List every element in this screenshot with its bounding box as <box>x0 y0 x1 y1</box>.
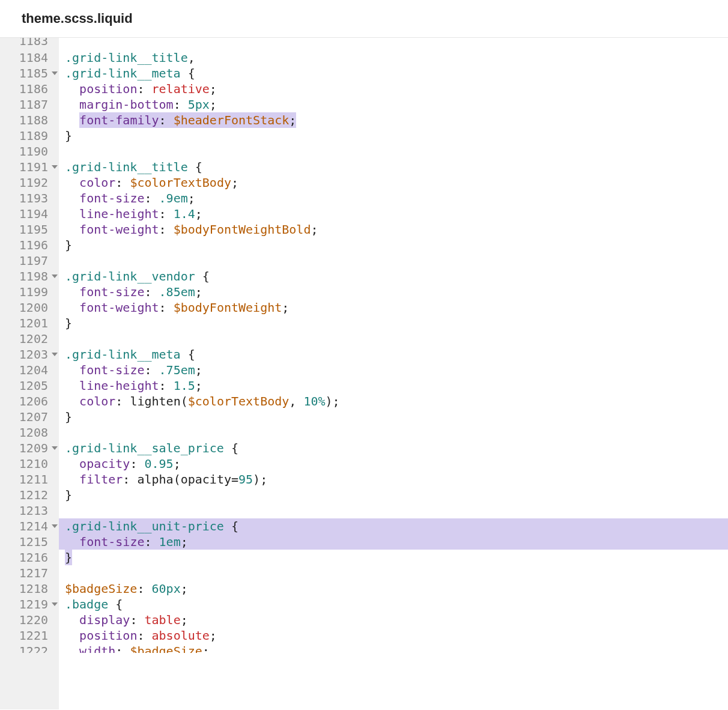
token-num: .9em <box>159 191 188 205</box>
code-line[interactable]: .grid-link__title, <box>59 50 728 65</box>
code-line[interactable]: .grid-link__title { <box>59 159 728 175</box>
token-num: .75em <box>159 363 195 377</box>
token-txt <box>65 113 79 127</box>
token-fn: alpha(opacity= <box>137 472 238 487</box>
token-punc: ); <box>326 394 340 408</box>
line-number: 1191 <box>0 159 59 175</box>
code-line[interactable]: filter: alpha(opacity=95); <box>59 472 728 487</box>
code-line[interactable]: font-family: $headerFontStack; <box>59 112 728 128</box>
token-punc: ; <box>195 378 202 393</box>
code-line[interactable] <box>59 144 728 159</box>
line-number: 1194 <box>0 206 59 222</box>
token-sel: .grid-link__sale_price <box>65 441 224 455</box>
line-number: 1199 <box>0 284 59 300</box>
line-number: 1200 <box>0 300 59 315</box>
fold-toggle-icon[interactable] <box>52 275 58 278</box>
token-txt <box>65 535 79 549</box>
code-line[interactable]: } <box>59 128 728 144</box>
token-txt <box>65 378 79 393</box>
code-line[interactable]: font-weight: $bodyFontWeightBold; <box>59 222 728 237</box>
fold-toggle-icon[interactable] <box>52 353 58 356</box>
line-number: 1218 <box>0 581 59 596</box>
token-punc: { <box>224 441 238 455</box>
token-prop: filter <box>79 472 123 487</box>
code-line[interactable]: width: $badgeSize; <box>59 643 728 653</box>
code-line[interactable]: font-size: .75em; <box>59 362 728 378</box>
selection-highlight: } <box>65 550 72 565</box>
code-line[interactable]: } <box>59 315 728 331</box>
code-line[interactable]: } <box>59 487 728 503</box>
code-line[interactable] <box>59 425 728 440</box>
code-line[interactable]: .badge { <box>59 596 728 612</box>
code-line[interactable]: font-size: 1em; <box>59 534 728 550</box>
token-punc: } <box>65 238 72 252</box>
code-line[interactable]: line-height: 1.5; <box>59 378 728 393</box>
token-txt <box>65 191 79 205</box>
line-number: 1220 <box>0 612 59 628</box>
fold-toggle-icon[interactable] <box>52 602 58 606</box>
code-line[interactable]: font-weight: $bodyFontWeight; <box>59 300 728 315</box>
code-line[interactable]: font-size: .9em; <box>59 190 728 206</box>
token-punc: : <box>144 535 159 549</box>
fold-toggle-icon[interactable] <box>52 524 58 528</box>
code-line[interactable]: color: $colorTextBody; <box>59 175 728 190</box>
line-number: 1204 <box>0 362 59 378</box>
token-prop: opacity <box>79 457 130 471</box>
code-line[interactable]: } <box>59 409 728 425</box>
line-number: 1216 <box>0 550 59 565</box>
code-line[interactable] <box>59 331 728 347</box>
token-prop: font-size <box>79 535 144 549</box>
code-line[interactable]: $badgeSize: 60px; <box>59 581 728 596</box>
token-punc: } <box>65 316 72 330</box>
token-punc: ; <box>181 535 188 549</box>
code-editor[interactable]: 1183118411851186118711881189119011911192… <box>0 38 728 709</box>
token-punc: : <box>174 97 188 112</box>
fold-toggle-icon[interactable] <box>52 446 58 450</box>
code-line[interactable] <box>59 38 728 50</box>
token-var: $bodyFontWeightBold <box>174 222 311 237</box>
line-number: 1202 <box>0 331 59 347</box>
token-var: $badgeSize <box>65 581 137 596</box>
code-line[interactable] <box>59 503 728 518</box>
token-sel: .grid-link__vendor <box>65 269 195 284</box>
code-line[interactable]: color: lighten($colorTextBody, 10%); <box>59 393 728 409</box>
line-number: 1205 <box>0 378 59 393</box>
line-number: 1217 <box>0 565 59 581</box>
token-prop: font-size <box>79 285 144 299</box>
code-line[interactable]: .grid-link__meta { <box>59 65 728 81</box>
token-punc: ; <box>188 191 195 205</box>
token-punc: { <box>188 160 202 174</box>
code-line[interactable]: line-height: 1.4; <box>59 206 728 222</box>
code-line[interactable]: opacity: 0.95; <box>59 456 728 472</box>
token-punc: : <box>159 207 174 221</box>
fold-toggle-icon[interactable] <box>52 165 58 169</box>
line-number: 1187 <box>0 97 59 112</box>
code-line[interactable]: .grid-link__meta { <box>59 347 728 362</box>
line-number: 1197 <box>0 253 59 269</box>
line-number: 1221 <box>0 628 59 643</box>
token-txt <box>65 394 79 408</box>
code-line[interactable]: margin-bottom: 5px; <box>59 97 728 112</box>
code-line[interactable]: .grid-link__sale_price { <box>59 440 728 456</box>
code-line[interactable]: .grid-link__vendor { <box>59 269 728 284</box>
code-line[interactable]: } <box>59 237 728 253</box>
token-punc: } <box>65 129 72 143</box>
token-txt <box>65 175 79 190</box>
fold-toggle-icon[interactable] <box>52 71 58 75</box>
token-punc: ; <box>210 628 217 643</box>
code-content[interactable]: .grid-link__title,.grid-link__meta { pos… <box>59 38 728 709</box>
code-line[interactable]: font-size: .85em; <box>59 284 728 300</box>
token-punc: } <box>65 550 72 565</box>
token-punc: { <box>195 269 210 284</box>
code-line[interactable]: position: absolute; <box>59 628 728 643</box>
token-var: $headerFontStack <box>174 113 290 127</box>
code-line[interactable] <box>59 253 728 269</box>
code-line[interactable]: } <box>59 550 728 565</box>
line-number: 1207 <box>0 409 59 425</box>
code-line[interactable] <box>59 565 728 581</box>
token-prop: position <box>79 82 137 96</box>
code-line[interactable]: position: relative; <box>59 81 728 97</box>
code-line[interactable]: .grid-link__unit-price { <box>59 518 728 534</box>
token-punc: { <box>181 66 195 80</box>
code-line[interactable]: display: table; <box>59 612 728 628</box>
